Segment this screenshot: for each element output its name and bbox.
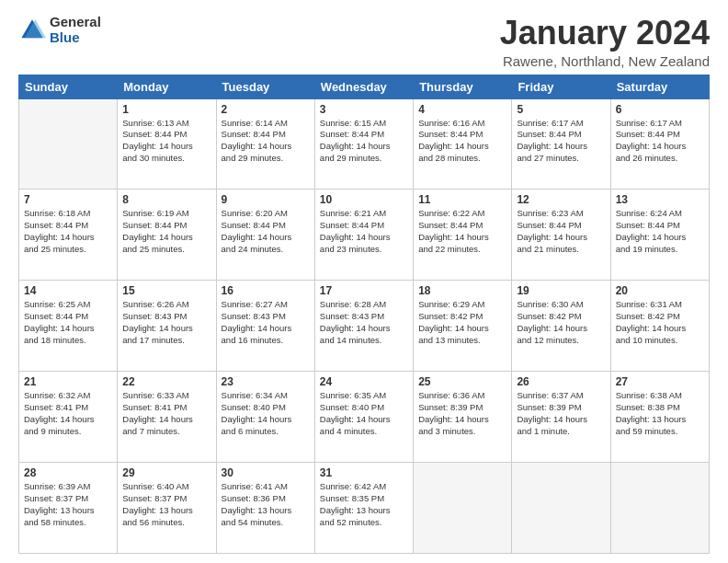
logo-blue-text: Blue [50,30,101,46]
calendar-cell: 23Sunrise: 6:34 AM Sunset: 8:40 PM Dayli… [216,372,314,463]
calendar-cell: 9Sunrise: 6:20 AM Sunset: 8:44 PM Daylig… [216,190,314,281]
calendar-cell: 29Sunrise: 6:40 AM Sunset: 8:37 PM Dayli… [118,463,216,554]
day-number: 14 [24,284,112,297]
day-info: Sunrise: 6:16 AM Sunset: 8:44 PM Dayligh… [418,118,506,165]
calendar-cell: 22Sunrise: 6:33 AM Sunset: 8:41 PM Dayli… [118,372,216,463]
calendar-cell: 18Sunrise: 6:29 AM Sunset: 8:42 PM Dayli… [414,281,512,372]
calendar-cell: 10Sunrise: 6:21 AM Sunset: 8:44 PM Dayli… [314,190,413,281]
day-number: 9 [222,193,310,206]
calendar-cell: 16Sunrise: 6:27 AM Sunset: 8:43 PM Dayli… [216,281,314,372]
day-info: Sunrise: 6:30 AM Sunset: 8:42 PM Dayligh… [517,299,605,346]
day-info: Sunrise: 6:23 AM Sunset: 8:44 PM Dayligh… [517,208,605,255]
day-number: 17 [320,284,408,297]
day-number: 26 [517,375,605,388]
day-number: 24 [320,375,408,388]
day-number: 15 [122,284,210,297]
day-info: Sunrise: 6:19 AM Sunset: 8:44 PM Dayligh… [122,208,210,255]
day-number: 1 [122,103,210,116]
calendar-cell: 30Sunrise: 6:41 AM Sunset: 8:36 PM Dayli… [216,463,314,554]
day-info: Sunrise: 6:39 AM Sunset: 8:37 PM Dayligh… [24,481,112,528]
calendar-cell: 27Sunrise: 6:38 AM Sunset: 8:38 PM Dayli… [610,372,709,463]
logo-general-text: General [50,15,101,30]
weekday-header-saturday: Saturday [610,75,709,98]
calendar-cell [414,463,512,554]
calendar-cell: 31Sunrise: 6:42 AM Sunset: 8:35 PM Dayli… [314,463,413,554]
day-info: Sunrise: 6:33 AM Sunset: 8:41 PM Dayligh… [122,390,210,437]
day-number: 28 [24,466,112,479]
day-info: Sunrise: 6:20 AM Sunset: 8:44 PM Dayligh… [222,208,310,255]
day-number: 22 [122,375,210,388]
day-info: Sunrise: 6:38 AM Sunset: 8:38 PM Dayligh… [616,390,704,437]
day-info: Sunrise: 6:34 AM Sunset: 8:40 PM Dayligh… [222,390,310,437]
calendar-cell: 6Sunrise: 6:17 AM Sunset: 8:44 PM Daylig… [610,98,709,190]
calendar-cell: 12Sunrise: 6:23 AM Sunset: 8:44 PM Dayli… [512,190,610,281]
calendar-cell: 4Sunrise: 6:16 AM Sunset: 8:44 PM Daylig… [414,98,512,190]
day-info: Sunrise: 6:17 AM Sunset: 8:44 PM Dayligh… [616,118,704,165]
day-info: Sunrise: 6:40 AM Sunset: 8:37 PM Dayligh… [122,481,210,528]
day-info: Sunrise: 6:17 AM Sunset: 8:44 PM Dayligh… [517,118,605,165]
day-info: Sunrise: 6:36 AM Sunset: 8:39 PM Dayligh… [418,390,506,437]
page: General Blue January 2024 Rawene, Northl… [0,0,728,563]
day-info: Sunrise: 6:35 AM Sunset: 8:40 PM Dayligh… [320,390,408,437]
calendar-week-row: 21Sunrise: 6:32 AM Sunset: 8:41 PM Dayli… [19,372,710,463]
weekday-header-sunday: Sunday [19,75,118,98]
day-info: Sunrise: 6:24 AM Sunset: 8:44 PM Dayligh… [616,208,704,255]
day-number: 27 [616,375,704,388]
day-number: 5 [517,103,605,116]
location: Rawene, Northland, New Zealand [500,53,710,69]
calendar-cell: 8Sunrise: 6:19 AM Sunset: 8:44 PM Daylig… [118,190,216,281]
calendar-cell [512,463,610,554]
calendar-cell: 26Sunrise: 6:37 AM Sunset: 8:39 PM Dayli… [512,372,610,463]
weekday-header-friday: Friday [512,75,610,98]
weekday-header-tuesday: Tuesday [216,75,314,98]
day-number: 19 [517,284,605,297]
day-info: Sunrise: 6:18 AM Sunset: 8:44 PM Dayligh… [24,208,112,255]
day-info: Sunrise: 6:42 AM Sunset: 8:35 PM Dayligh… [320,481,408,528]
calendar-cell: 28Sunrise: 6:39 AM Sunset: 8:37 PM Dayli… [19,463,118,554]
weekday-header-row: SundayMondayTuesdayWednesdayThursdayFrid… [19,75,710,98]
calendar-cell: 20Sunrise: 6:31 AM Sunset: 8:42 PM Dayli… [610,281,709,372]
calendar-cell: 21Sunrise: 6:32 AM Sunset: 8:41 PM Dayli… [19,372,118,463]
day-info: Sunrise: 6:15 AM Sunset: 8:44 PM Dayligh… [320,118,408,165]
header: General Blue January 2024 Rawene, Northl… [18,15,710,69]
day-info: Sunrise: 6:21 AM Sunset: 8:44 PM Dayligh… [320,208,408,255]
calendar-cell: 17Sunrise: 6:28 AM Sunset: 8:43 PM Dayli… [314,281,413,372]
day-info: Sunrise: 6:26 AM Sunset: 8:43 PM Dayligh… [122,299,210,346]
calendar-cell: 24Sunrise: 6:35 AM Sunset: 8:40 PM Dayli… [314,372,413,463]
day-info: Sunrise: 6:29 AM Sunset: 8:42 PM Dayligh… [418,299,506,346]
day-number: 3 [320,103,408,116]
logo-text: General Blue [50,15,101,45]
calendar-cell: 19Sunrise: 6:30 AM Sunset: 8:42 PM Dayli… [512,281,610,372]
day-number: 4 [418,103,506,116]
day-number: 21 [24,375,112,388]
day-number: 8 [122,193,210,206]
day-number: 10 [320,193,408,206]
day-info: Sunrise: 6:37 AM Sunset: 8:39 PM Dayligh… [517,390,605,437]
calendar-week-row: 1Sunrise: 6:13 AM Sunset: 8:44 PM Daylig… [19,98,710,190]
day-info: Sunrise: 6:41 AM Sunset: 8:36 PM Dayligh… [222,481,310,528]
calendar-cell: 1Sunrise: 6:13 AM Sunset: 8:44 PM Daylig… [118,98,216,190]
calendar-cell [610,463,709,554]
calendar-table: SundayMondayTuesdayWednesdayThursdayFrid… [18,75,710,554]
calendar-cell: 14Sunrise: 6:25 AM Sunset: 8:44 PM Dayli… [19,281,118,372]
calendar-week-row: 14Sunrise: 6:25 AM Sunset: 8:44 PM Dayli… [19,281,710,372]
day-number: 13 [616,193,704,206]
day-number: 23 [222,375,310,388]
day-number: 30 [222,466,310,479]
calendar-cell: 5Sunrise: 6:17 AM Sunset: 8:44 PM Daylig… [512,98,610,190]
calendar-cell: 11Sunrise: 6:22 AM Sunset: 8:44 PM Dayli… [414,190,512,281]
calendar-cell [19,98,118,190]
calendar-cell: 2Sunrise: 6:14 AM Sunset: 8:44 PM Daylig… [216,98,314,190]
weekday-header-thursday: Thursday [414,75,512,98]
calendar-cell: 7Sunrise: 6:18 AM Sunset: 8:44 PM Daylig… [19,190,118,281]
calendar-cell: 15Sunrise: 6:26 AM Sunset: 8:43 PM Dayli… [118,281,216,372]
weekday-header-wednesday: Wednesday [314,75,413,98]
calendar-cell: 13Sunrise: 6:24 AM Sunset: 8:44 PM Dayli… [610,190,709,281]
day-number: 31 [320,466,408,479]
calendar-cell: 25Sunrise: 6:36 AM Sunset: 8:39 PM Dayli… [414,372,512,463]
calendar-cell: 3Sunrise: 6:15 AM Sunset: 8:44 PM Daylig… [314,98,413,190]
day-number: 29 [122,466,210,479]
day-info: Sunrise: 6:13 AM Sunset: 8:44 PM Dayligh… [122,118,210,165]
day-number: 11 [418,193,506,206]
calendar-week-row: 7Sunrise: 6:18 AM Sunset: 8:44 PM Daylig… [19,190,710,281]
